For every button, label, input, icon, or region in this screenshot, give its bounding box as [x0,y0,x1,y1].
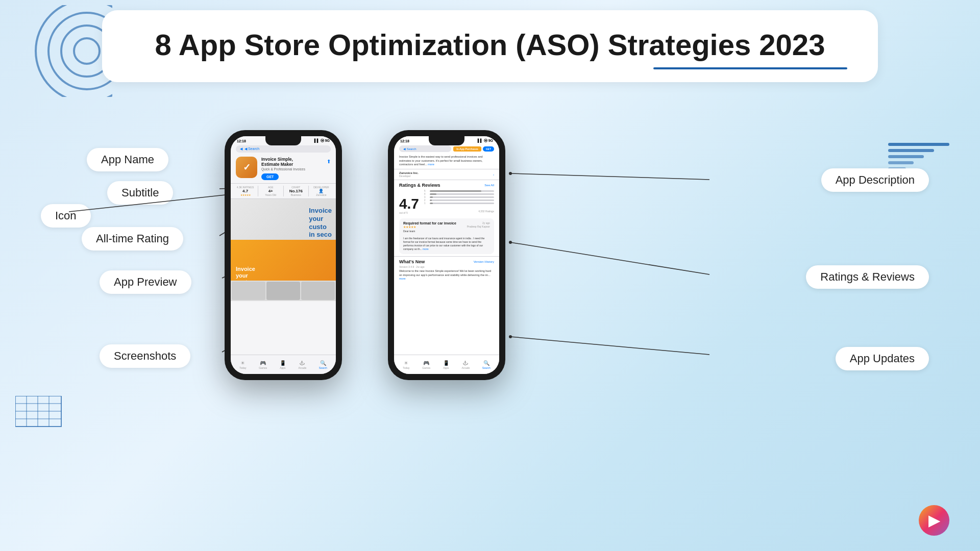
phone1-wrapper: 12:18 ▌▌ ⓦ 9G ◀ ◀ Search ✓ Invoice Simpl… [225,130,342,380]
phone1-tab-search[interactable]: 🔍 Search [319,360,327,369]
phone2-apps-tab-icon: 📱 [443,360,449,366]
phone1-app-icon: ✓ [236,157,257,178]
svg-line-18 [510,242,709,274]
phone2-tab-today[interactable]: ☀ Today [403,360,409,369]
phone1-share-icon: ⬆ [327,159,331,164]
page-title: 8 App Store Optimization (ASO) Strategie… [133,28,847,62]
phone1-stat-ratings: 4.3K RATINGS 4.7 ★★★★★ [236,186,255,196]
phone2-bar-fill-4 [430,193,436,195]
label-app-preview: App Preview [100,270,191,294]
phone1-tab-apps[interactable]: 📱 Apps [280,360,286,369]
phone1-tab-games[interactable]: 🎮 Games [259,360,267,369]
phone1-stat-chart: CHART No.176 Business [286,186,305,196]
decorative-lines-right-icon [888,143,949,170]
decorative-circles-icon [31,5,112,97]
phone1-notch-icon [265,136,301,145]
label-icon: Icon [41,204,91,228]
svg-line-19 [510,337,709,355]
phone2-get-button[interactable]: GET [483,146,494,152]
phone1-frame: 12:18 ▌▌ ⓦ 9G ◀ ◀ Search ✓ Invoice Simpl… [225,130,342,380]
phone2-bar-fill-3 [430,196,433,198]
phone1-preview-text: Invoiceyourcustoin seco [309,207,332,238]
phone1-screenshot-thumb-2 [266,282,300,300]
phone2-ratings-header: Ratings & Reviews See All [394,180,499,189]
phone1-tab-today[interactable]: ☀ Today [239,360,246,369]
phone2-bar-3: 3 [424,196,494,198]
phone1-stats-bar: 4.3K RATINGS 4.7 ★★★★★ AGE 4+ Years Old … [231,183,336,199]
arcade-tab-icon: 🕹 [300,360,305,366]
label-ratings-reviews: Ratings & Reviews [806,265,929,289]
phone2-bar-fill-5 [430,190,481,192]
phone1-screen: 12:18 ▌▌ ⓦ 9G ◀ ◀ Search ✓ Invoice Simpl… [231,136,336,374]
phone2-wrapper: 12:18 ▌▌ ⓦ 9G ◀ Search In-App Purchases … [388,130,505,380]
phone2-review-more-link[interactable]: more [423,247,428,251]
phone2-tab-arcade[interactable]: 🕹 Arcade [461,360,470,369]
phone2-description: Invoice Simple is the easiest way to sen… [394,153,499,169]
phone1-screenshot-thumb-3 [301,282,335,300]
header-card: 8 App Store Optimization (ASO) Strategie… [102,10,878,82]
phone2-screen: 12:18 ▌▌ ⓦ 9G ◀ Search In-App Purchases … [394,136,499,374]
phone2-signal-icon: ▌▌ ⓦ 9G [478,138,493,143]
phone1-stat-divider1-icon [258,186,258,196]
phone2-in-app-badge: In-App Purchases [453,146,481,152]
phone2-bar-4: 4 [424,193,494,195]
svg-point-26 [509,241,512,244]
phone2-bar-1: 1 [424,202,494,205]
phone2-tab-games[interactable]: 🎮 Games [422,360,430,369]
phone2-see-all-link[interactable]: See All [484,184,494,187]
today-tab-icon: ☀ [240,360,245,366]
phone2-action-area: In-App Purchases GET [453,146,494,152]
phone2-today-tab-icon: ☀ [404,360,408,366]
svg-point-27 [509,335,512,338]
phone2-search-bar: ◀ Search In-App Purchases GET [394,144,499,153]
phone1-search-field[interactable]: ◀ ◀ Search [236,145,331,153]
phone2-developer-row[interactable]: Zanvoice Inc. Developer › [394,169,499,180]
phone2-notch-icon [429,136,464,145]
phone2-review-text: Dear teamI am the freelancer of car loan… [403,230,490,251]
phone1-screenshot-thumb-1 [232,282,265,300]
header-underline-icon [653,67,847,69]
label-app-updates: App Updates [836,347,929,370]
phone2-bar-2: 2 [424,199,494,202]
phone1-tab-arcade[interactable]: 🕹 Arcade [298,360,306,369]
svg-line-17 [510,173,709,180]
phone1-search-bar: ◀ ◀ Search [231,144,336,154]
phone1-get-button[interactable]: GET [261,173,279,180]
phone2-search-field[interactable]: ◀ Search [399,145,451,152]
label-screenshots: Screenshots [100,344,190,368]
phone2-tab-search[interactable]: 🔍 Search [482,360,491,369]
phone2-version-history-link[interactable]: Version History [474,260,494,263]
phone2-games-tab-icon: 🎮 [423,360,429,366]
phone2-review-card: Required format for car invoice 2y ago ★… [399,218,494,254]
phone1-stat-age: AGE 4+ Years Old [261,186,280,196]
phone2-search-tab-icon: 🔍 [483,360,489,366]
phone2-tab-bar: ☀ Today 🎮 Games 📱 Apps 🕹 Arcade 🔍 [394,355,499,374]
phone2-arcade-tab-icon: 🕹 [463,360,468,366]
phone2-bar-fill-1 [430,203,433,204]
phone1-app-info: Invoice Simple, Estimate Maker Quick & P… [261,157,323,180]
phone2-update-text: Welcome to the new Invoice Simple experi… [394,269,499,281]
phone1-app-header: ✓ Invoice Simple, Estimate Maker Quick &… [231,154,336,183]
phone1-stat-developer: DEVELOPER 👤 Zanvoice [312,186,331,196]
phone2-developer-chevron-icon: › [493,173,494,176]
phone2-frame: 12:18 ▌▌ ⓦ 9G ◀ Search In-App Purchases … [388,130,505,380]
phone2-bar-5: 5 [424,190,494,192]
phone1-preview-area: Invoiceyourcustoin seco Invoiceyourcusto… [231,199,336,301]
phone2-more-link[interactable]: more [428,163,434,166]
phone1-time: 12:18 [237,139,246,143]
phone1-app-name: Invoice Simple, Estimate Maker [261,157,323,167]
search-tab-icon: 🔍 [320,360,326,366]
decorative-grid-icon [15,396,66,439]
phone1-app-subtitle: Quick & Professional Invoices [261,167,323,171]
label-subtitle: Subtitle [107,181,173,205]
phone1-stat-divider3-icon [308,186,309,196]
phone1-back-icon: ◀ [240,147,242,151]
phone2-tab-apps[interactable]: 📱 Apps [443,360,449,369]
phone2-version-info: Version 3.4.9 · 2w ago [394,265,499,269]
phone1-tab-bar: ☀ Today 🎮 Games 📱 Apps 🕹 Arcade 🔍 [231,355,336,374]
phone2-ratings-count: 4,332 Ratings [424,205,494,214]
phone2-time: 12:18 [400,139,409,143]
phone2-rating-score: 4.7 out of 5 5 4 3 [394,189,499,216]
apps-tab-icon: 📱 [280,360,286,366]
phone2-update-more-link[interactable]: more [399,277,406,280]
